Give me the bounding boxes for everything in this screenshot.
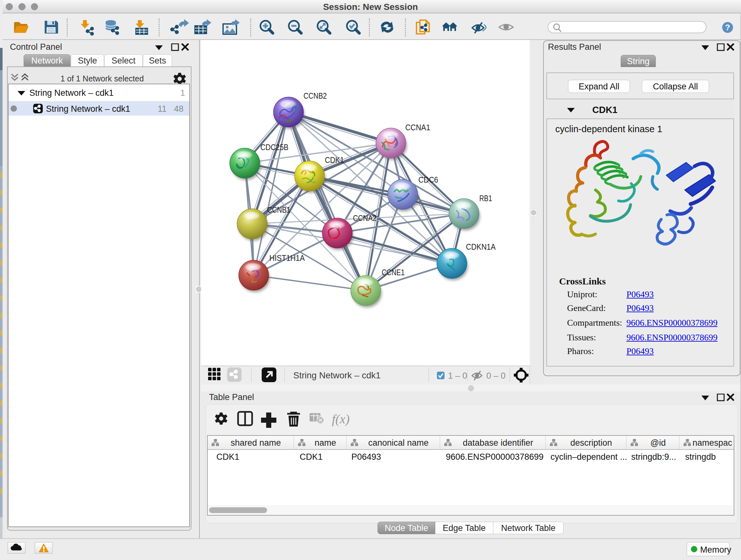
svg-text:CDC6: CDC6 [418,175,438,184]
svg-text:CCNB2: CCNB2 [304,91,327,100]
svg-text:CCNA1: CCNA1 [405,123,430,132]
svg-text:f(x): f(x) [332,412,350,426]
svg-text:RB1: RB1 [479,194,492,203]
svg-text:CCNB1: CCNB1 [267,205,290,214]
svg-text:HIST1H1A: HIST1H1A [269,253,305,262]
svg-text:CDKN1A: CDKN1A [466,242,495,251]
svg-text:CCNE1: CCNE1 [382,268,405,277]
svg-text:CCNA2: CCNA2 [353,213,377,223]
svg-text:CDK1: CDK1 [325,155,344,165]
svg-text:CDC25B: CDC25B [260,143,288,152]
